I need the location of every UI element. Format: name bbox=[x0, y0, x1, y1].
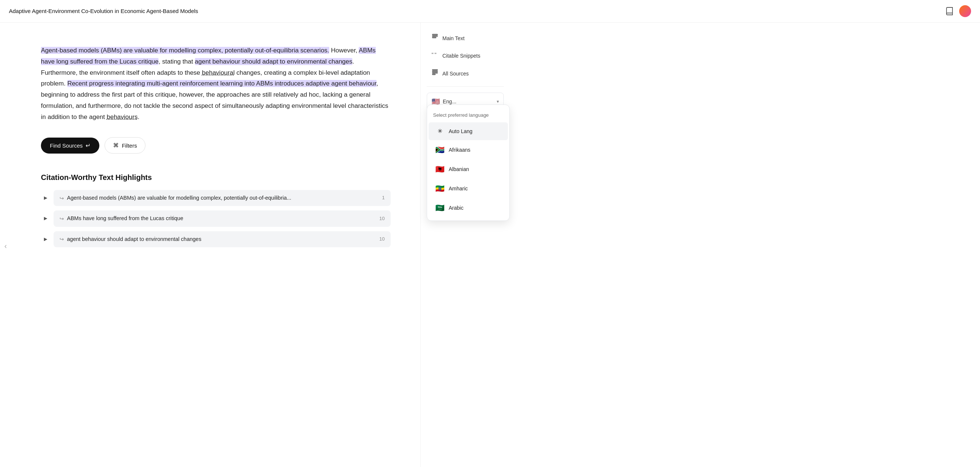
flag-albanian: 🇦🇱 bbox=[434, 163, 445, 175]
list-item: ▶ ↪ Agent-based models (ABMs) are valuab… bbox=[41, 190, 391, 206]
sidebar-label-all-sources: All Sources bbox=[442, 70, 469, 78]
lang-label-amharic: Amharic bbox=[449, 184, 468, 192]
find-sources-label: Find Sources bbox=[50, 142, 83, 149]
highlight-pill-3[interactable]: ↪ agent behaviour should adapt to enviro… bbox=[54, 231, 391, 247]
sidebar-item-citable-snippets[interactable]: " " Citable Snippets bbox=[427, 48, 504, 64]
lang-option-afrikaans[interactable]: 🇿🇦 Afrikaans bbox=[429, 140, 508, 159]
highlight-text-1: Agent-based models (ABMs) are valuable f… bbox=[67, 194, 291, 202]
list-item: ▶ ↪ ABMs have long suffered from the Luc… bbox=[41, 210, 391, 226]
highlight-pill-1[interactable]: ↪ Agent-based models (ABMs) are valuable… bbox=[54, 190, 391, 206]
svg-rect-1 bbox=[432, 36, 438, 37]
svg-text:": " bbox=[434, 52, 436, 58]
citable-snippets-icon: " " bbox=[431, 51, 439, 61]
svg-rect-5 bbox=[432, 70, 438, 70]
page-title: Adaptive Agent-Environment Co-Evolution … bbox=[9, 7, 198, 16]
sidebar-divider bbox=[427, 86, 504, 87]
svg-rect-0 bbox=[432, 34, 438, 35]
svg-rect-8 bbox=[432, 74, 435, 75]
arrow-icon-2: ↪ bbox=[59, 214, 64, 223]
user-avatar[interactable] bbox=[959, 5, 971, 17]
highlight-4: Recent progress integrating multi-agent … bbox=[67, 80, 377, 87]
lang-label-albanian: Albanian bbox=[449, 165, 469, 173]
right-sidebar: Main Text " " Citable Snippets All Sourc bbox=[420, 23, 510, 467]
list-item: ▶ ↪ agent behaviour should adapt to envi… bbox=[41, 231, 391, 247]
svg-rect-7 bbox=[432, 73, 438, 73]
sidebar-item-main-text[interactable]: Main Text bbox=[427, 30, 504, 46]
top-icons bbox=[944, 5, 971, 17]
highlight-text-3: agent behaviour should adapt to environm… bbox=[67, 235, 201, 243]
filters-button[interactable]: ⌘ Filters bbox=[105, 137, 145, 154]
flag-arabic: 🇸🇦 bbox=[434, 202, 445, 214]
flag-afrikaans: 🇿🇦 bbox=[434, 144, 445, 156]
lang-label-auto: Auto Lang bbox=[449, 127, 473, 135]
highlight-pill-text-2: ↪ ABMs have long suffered from the Lucas… bbox=[59, 214, 183, 223]
article-body: Agent-based models (ABMs) are valuable f… bbox=[41, 45, 391, 122]
main-text-icon bbox=[431, 33, 439, 43]
arrow-icon-3: ↪ bbox=[59, 235, 64, 243]
expand-button-1[interactable]: ▶ bbox=[41, 194, 50, 203]
flag-amharic: 🇪🇹 bbox=[434, 183, 445, 194]
expand-button-2[interactable]: ▶ bbox=[41, 214, 50, 223]
find-sources-button[interactable]: Find Sources ↵ bbox=[41, 138, 99, 154]
all-sources-icon bbox=[431, 69, 439, 78]
sidebar-label-main-text: Main Text bbox=[442, 34, 465, 42]
filters-label: Filters bbox=[122, 142, 137, 149]
underline-behavioural: behavioural bbox=[202, 69, 235, 76]
highlight-1: Agent-based models (ABMs) are valuable f… bbox=[41, 47, 329, 54]
filters-icon: ⌘ bbox=[113, 142, 119, 149]
auto-lang-icon: ✳ bbox=[434, 126, 445, 137]
svg-rect-6 bbox=[432, 71, 438, 72]
highlight-text-2: ABMs have long suffered from the Lucas c… bbox=[67, 214, 183, 223]
lang-option-auto[interactable]: ✳ Auto Lang bbox=[429, 122, 508, 140]
language-dropdown: Select preferred language ✳ Auto Lang 🇿🇦… bbox=[427, 105, 510, 221]
count-badge-2: 10 bbox=[380, 215, 385, 223]
expand-button-3[interactable]: ▶ bbox=[41, 235, 50, 243]
book-icon[interactable] bbox=[944, 6, 955, 16]
count-badge-3: 10 bbox=[380, 235, 385, 243]
chevron-down-icon: ▾ bbox=[497, 98, 499, 105]
sidebar-label-citable-snippets: Citable Snippets bbox=[442, 52, 480, 60]
svg-rect-2 bbox=[432, 37, 436, 38]
main-layout: ‹ Agent-based models (ABMs) are valuable… bbox=[0, 23, 980, 467]
highlight-3: agent behaviour should adapt to environm… bbox=[195, 58, 352, 65]
dropdown-header: Select preferred language bbox=[427, 108, 509, 122]
highlight-pill-text-1: ↪ Agent-based models (ABMs) are valuable… bbox=[59, 194, 291, 202]
highlight-pill-text-3: ↪ agent behaviour should adapt to enviro… bbox=[59, 235, 201, 243]
citations-section-title: Citation-Worthy Text Highlights bbox=[41, 172, 391, 183]
svg-text:": " bbox=[431, 52, 433, 58]
sidebar-item-all-sources[interactable]: All Sources bbox=[427, 65, 504, 82]
return-icon: ↵ bbox=[86, 142, 91, 149]
lang-option-arabic[interactable]: 🇸🇦 Arabic bbox=[429, 198, 508, 218]
count-badge-1: 1 bbox=[382, 194, 385, 202]
lang-option-albanian[interactable]: 🇦🇱 Albanian bbox=[429, 159, 508, 179]
lang-option-amharic[interactable]: 🇪🇹 Amharic bbox=[429, 179, 508, 198]
highlight-list: ▶ ↪ Agent-based models (ABMs) are valuab… bbox=[41, 190, 391, 247]
left-panel-toggle[interactable]: ‹ bbox=[0, 23, 11, 467]
lang-label-afrikaans: Afrikaans bbox=[449, 146, 470, 154]
content-area: Agent-based models (ABMs) are valuable f… bbox=[11, 23, 420, 467]
arrow-icon-1: ↪ bbox=[59, 194, 64, 202]
action-row: Find Sources ↵ ⌘ Filters bbox=[41, 137, 391, 154]
top-bar: Adaptive Agent-Environment Co-Evolution … bbox=[0, 0, 980, 23]
underline-behaviours: behaviours bbox=[107, 113, 138, 121]
chevron-left-icon: ‹ bbox=[5, 240, 7, 252]
lang-label-arabic: Arabic bbox=[449, 204, 464, 212]
highlight-pill-2[interactable]: ↪ ABMs have long suffered from the Lucas… bbox=[54, 210, 391, 226]
